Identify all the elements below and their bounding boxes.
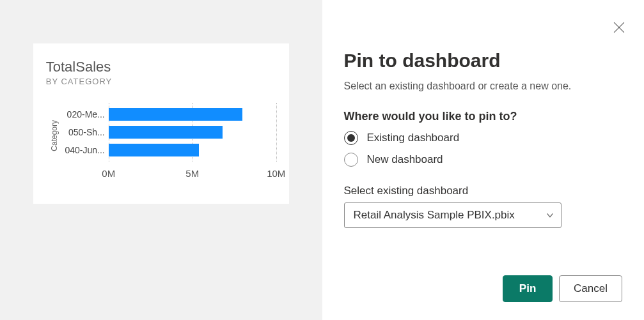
radio-label: Existing dashboard (367, 132, 460, 144)
dashboard-select[interactable]: Retail Analysis Sample PBIX.pbix (344, 202, 562, 228)
pin-button[interactable]: Pin (503, 275, 553, 302)
close-icon[interactable] (613, 22, 625, 33)
chart-card: TotalSales By Category Category 020-Me..… (33, 43, 289, 204)
radio-unchecked-icon (344, 153, 358, 167)
radio-label: New dashboard (367, 153, 443, 166)
preview-pane: TotalSales By Category Category 020-Me..… (0, 0, 322, 320)
bar (109, 108, 243, 121)
select-value: Retail Analysis Sample PBIX.pbix (354, 209, 515, 222)
bars-area: 0M 5M 10M (109, 105, 276, 185)
chart-title: TotalSales (46, 59, 276, 75)
cancel-button[interactable]: Cancel (559, 275, 622, 302)
x-axis-ticks: 0M 5M 10M (109, 165, 276, 185)
dialog-footer: Pin Cancel (344, 275, 623, 302)
chevron-down-icon (546, 211, 554, 220)
chart-subtitle: By Category (46, 77, 276, 86)
x-tick: 5M (185, 168, 199, 179)
dialog-title: Pin to dashboard (344, 50, 623, 72)
category-labels: 020-Me... 050-Sh... 040-Jun... (59, 105, 109, 185)
chart-body: Category 020-Me... 050-Sh... 040-Jun... (46, 105, 276, 185)
category-label: 020-Me... (59, 105, 109, 123)
dialog-description: Select an existing dashboard or create a… (344, 80, 623, 92)
radio-new-dashboard[interactable]: New dashboard (344, 153, 623, 167)
select-dashboard-label: Select existing dashboard (344, 185, 623, 197)
x-tick: 10M (267, 168, 285, 179)
radio-checked-icon (344, 131, 358, 145)
radio-existing-dashboard[interactable]: Existing dashboard (344, 131, 623, 145)
bar (109, 144, 199, 156)
category-label: 050-Sh... (59, 123, 109, 141)
y-axis-title: Category (46, 120, 59, 151)
pin-target-question: Where would you like to pin to? (344, 110, 623, 123)
category-label: 040-Jun... (59, 141, 109, 159)
x-tick: 0M (102, 168, 115, 179)
bar (109, 126, 223, 139)
dialog-pane: Pin to dashboard Select an existing dash… (322, 0, 645, 320)
